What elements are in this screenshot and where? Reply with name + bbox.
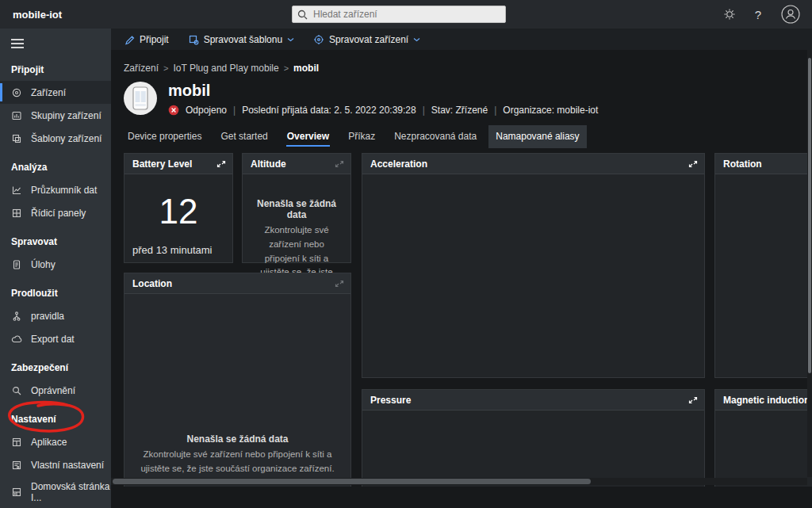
sidebar-item-aplikace[interactable]: Aplikace bbox=[0, 430, 111, 453]
account-avatar-icon[interactable] bbox=[780, 4, 801, 25]
horizontal-scrollbar-thumb[interactable] bbox=[113, 479, 591, 484]
sidebar-item-ulohy[interactable]: Úlohy bbox=[0, 253, 111, 276]
sidebar-item-domovska-stranka[interactable]: Domovská stránka I... bbox=[0, 480, 111, 503]
data-export-cloud-icon bbox=[11, 334, 22, 345]
sidebar-item-skupiny-zarizeni[interactable]: Skupiny zařízení bbox=[0, 104, 111, 127]
no-data-message: Nenašla se žádná data Zkontrolujte své z… bbox=[124, 434, 350, 476]
tab-prikaz[interactable]: Příkaz bbox=[341, 125, 382, 148]
altitude-tile: Altitude Nenašla se žádná data Zkontrolu… bbox=[242, 153, 351, 263]
connect-button[interactable]: Připojit bbox=[124, 34, 169, 45]
phone-icon bbox=[132, 86, 149, 110]
tile-title: Acceleration bbox=[370, 159, 427, 170]
permissions-icon bbox=[11, 385, 22, 396]
tile-title: Location bbox=[132, 278, 172, 289]
device-icon bbox=[11, 87, 22, 98]
toolbar-label: Připojit bbox=[140, 34, 169, 45]
sidebar-item-label: Průzkumník dat bbox=[31, 185, 97, 196]
section-title: Zabezpečení bbox=[0, 350, 111, 379]
sidebar-item-label: pravidla bbox=[31, 311, 64, 322]
sidebar-item-label: Skupiny zařízení bbox=[31, 110, 102, 121]
battery-value: 12 bbox=[124, 192, 232, 231]
section-title: Spravovat bbox=[0, 224, 111, 253]
tile-title: Magnetic induction bbox=[723, 395, 810, 406]
tile-header: Rotation bbox=[715, 154, 812, 174]
sidebar-item-label: Oprávnění bbox=[31, 385, 75, 396]
main-area: Připojit Spravovat šablonu Spravovat zař… bbox=[111, 29, 812, 508]
top-bar: mobile-iot ? bbox=[0, 0, 812, 29]
sidebar-item-label: Export dat bbox=[31, 334, 75, 345]
sidebar-item-opravneni[interactable]: Oprávnění bbox=[0, 379, 111, 402]
device-tabs: Device properties Get started Overview P… bbox=[121, 125, 812, 148]
app-title: mobile-iot bbox=[13, 9, 62, 21]
manage-device-button[interactable]: Spravovat zařízení bbox=[313, 34, 420, 45]
help-icon[interactable]: ? bbox=[755, 8, 761, 21]
device-search bbox=[292, 6, 506, 23]
sidebar-item-label: Úlohy bbox=[31, 259, 56, 270]
command-toolbar: Připojit Spravovat šablonu Spravovat zař… bbox=[111, 29, 812, 50]
tile-body: Nenašla se žádná data Zkontrolujte své z… bbox=[124, 294, 350, 487]
manage-template-button[interactable]: Spravovat šablonu bbox=[188, 34, 294, 45]
settings-gear-icon[interactable] bbox=[723, 8, 736, 21]
vertical-scrollbar-thumb[interactable] bbox=[808, 58, 811, 373]
tile-header: Acceleration bbox=[362, 154, 704, 174]
expand-icon[interactable] bbox=[216, 159, 226, 169]
location-tile: Location Nenašla se žádná data Zkontrolu… bbox=[124, 273, 351, 487]
pressure-tile: Pressure Pressure 964.85 bbox=[362, 389, 705, 487]
tab-get-started[interactable]: Get started bbox=[213, 125, 274, 148]
device-organization: Organizace: mobile-iot bbox=[503, 105, 598, 116]
expand-icon[interactable] bbox=[688, 159, 698, 169]
expand-icon[interactable] bbox=[688, 395, 698, 405]
breadcrumb-current: mobil bbox=[293, 63, 319, 74]
device-templates-icon bbox=[11, 133, 22, 144]
sidebar: Připojit Zařízení Skupiny zařízení Šablo… bbox=[0, 29, 111, 508]
tile-body: 12 před 13 minutami bbox=[124, 174, 232, 262]
tile-title: Altitude bbox=[251, 159, 286, 170]
dashboards-icon bbox=[11, 208, 22, 219]
menu-hamburger-icon[interactable] bbox=[0, 29, 111, 52]
search-input[interactable] bbox=[292, 6, 506, 23]
device-status-row: Odpojeno | Poslední přijatá data: 2. 5. … bbox=[168, 105, 598, 116]
device-groups-icon bbox=[11, 110, 22, 121]
sidebar-footer: Domovská stránka I... bbox=[0, 480, 111, 508]
device-name: mobil bbox=[168, 82, 598, 100]
sidebar-item-label: Šablony zařízení bbox=[31, 133, 102, 144]
sidebar-item-export-dat[interactable]: Export dat bbox=[0, 327, 111, 350]
rules-icon bbox=[11, 311, 22, 322]
sidebar-item-label: Vlastní nastavení bbox=[31, 460, 104, 471]
vertical-scrollbar[interactable] bbox=[807, 50, 812, 477]
tab-device-properties[interactable]: Device properties bbox=[121, 125, 209, 148]
breadcrumb-link[interactable]: Zařízení bbox=[124, 63, 159, 74]
tab-namapovane-aliasy[interactable]: Namapované aliasy bbox=[488, 125, 586, 148]
device-header: mobil Odpojeno | Poslední přijatá data: … bbox=[124, 82, 812, 116]
tab-nezpracovana-data[interactable]: Nezpracovaná data bbox=[387, 125, 484, 148]
search-icon bbox=[297, 9, 308, 23]
chevron-down-icon bbox=[287, 37, 294, 42]
breadcrumb-link[interactable]: IoT Plug and Play mobile bbox=[173, 63, 278, 74]
sidebar-item-sablony-zarizeni[interactable]: Šablony zařízení bbox=[0, 127, 111, 150]
template-icon bbox=[188, 34, 199, 45]
sidebar-item-pravidla[interactable]: pravidla bbox=[0, 304, 111, 327]
meta-separator: | bbox=[423, 105, 425, 116]
section-title: Nastavení bbox=[0, 402, 111, 430]
expand-icon[interactable] bbox=[335, 279, 344, 288]
tab-overview[interactable]: Overview bbox=[280, 125, 336, 148]
expand-icon[interactable] bbox=[335, 159, 344, 169]
sidebar-item-zarizeni[interactable]: Zařízení bbox=[0, 81, 111, 104]
horizontal-scrollbar[interactable] bbox=[111, 478, 807, 485]
acceleration-tile: Acceleration Acceleration / XAcceleratio… bbox=[362, 153, 705, 378]
breadcrumb-separator: > bbox=[163, 63, 168, 73]
customization-icon bbox=[11, 460, 22, 471]
sidebar-item-label: Řídicí panely bbox=[31, 208, 86, 219]
sidebar-item-label: Zařízení bbox=[31, 87, 66, 98]
breadcrumb: Zařízení > IoT Plug and Play mobile > mo… bbox=[111, 50, 812, 74]
sidebar-item-pruzkumnik-dat[interactable]: Průzkumník dat bbox=[0, 178, 111, 201]
disconnected-status-icon bbox=[168, 105, 179, 116]
sidebar-nav: Připojit Zařízení Skupiny zařízení Šablo… bbox=[0, 52, 111, 476]
sidebar-item-vlastni-nastaveni[interactable]: Vlastní nastavení bbox=[0, 453, 111, 476]
home-icon bbox=[11, 487, 22, 498]
device-last-data: Poslední přijatá data: 2. 5. 2022 20:39:… bbox=[242, 105, 416, 116]
rotation-tile: Rotation Rotation / X -0.2-0.40.0-0.5-1-… bbox=[714, 153, 812, 378]
sidebar-item-ridici-panely[interactable]: Řídicí panely bbox=[0, 201, 111, 224]
device-manage-icon bbox=[313, 34, 324, 45]
topbar-actions: ? bbox=[723, 0, 801, 29]
